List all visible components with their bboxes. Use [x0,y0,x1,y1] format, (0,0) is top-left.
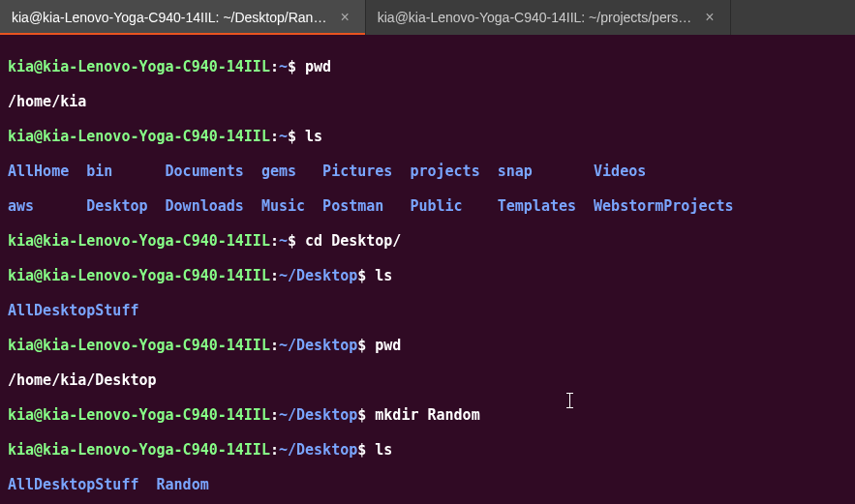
prompt-line: kia@kia-Lenovo-Yoga-C940-14IIL:~/Desktop… [8,267,847,284]
tab-1[interactable]: kia@kia-Lenovo-Yoga-C940-14IIL: ~/Deskto… [0,0,366,35]
ls-listing: aws Desktop Downloads Music Postman Publ… [8,197,847,215]
tab-2-title: kia@kia-Lenovo-Yoga-C940-14IIL: ~/projec… [378,9,692,26]
output-line: /home/kia/Desktop [8,371,847,389]
prompt-line: kia@kia-Lenovo-Yoga-C940-14IIL:~/Desktop… [8,337,847,354]
tab-2-close-icon[interactable]: × [701,8,718,27]
tab-1-title: kia@kia-Lenovo-Yoga-C940-14IIL: ~/Deskto… [12,9,326,26]
ls-listing: AllHome bin Documents gems Pictures proj… [8,163,847,180]
terminal-output[interactable]: kia@kia-Lenovo-Yoga-C940-14IIL:~$ pwd /h… [0,35,855,504]
prompt-line: kia@kia-Lenovo-Yoga-C940-14IIL:~/Desktop… [8,441,847,459]
prompt-line: kia@kia-Lenovo-Yoga-C940-14IIL:~$ cd Des… [8,232,847,250]
prompt-line: kia@kia-Lenovo-Yoga-C940-14IIL:~$ pwd [8,58,847,75]
ls-listing: AllDesktopStuff [8,302,847,319]
prompt-line: kia@kia-Lenovo-Yoga-C940-14IIL:~/Desktop… [8,406,847,424]
ls-listing: AllDesktopStuff Random [8,476,847,493]
tab-bar: kia@kia-Lenovo-Yoga-C940-14IIL: ~/Deskto… [0,0,855,35]
tab-1-close-icon[interactable]: × [336,8,352,27]
tab-2[interactable]: kia@kia-Lenovo-Yoga-C940-14IIL: ~/projec… [366,0,731,35]
output-line: /home/kia [8,93,847,110]
prompt-line: kia@kia-Lenovo-Yoga-C940-14IIL:~$ ls [8,128,847,145]
